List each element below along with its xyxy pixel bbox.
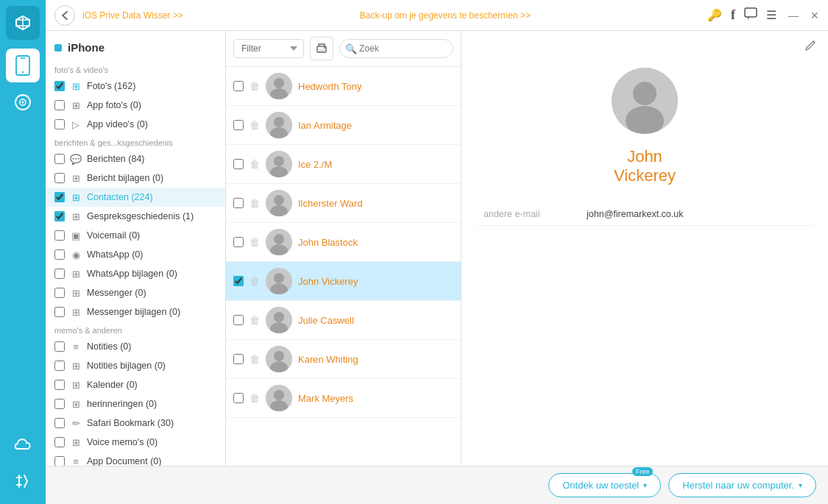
tree-item-safari[interactable]: ✏ Safari Bookmark (30) [46, 414, 225, 433]
tree-item-app-videos[interactable]: ▷ App video's (0) [46, 115, 225, 134]
contact-item[interactable]: 🗑 Ian Armitage [226, 106, 461, 145]
tree-label-bericht-bijlagen: Bericht bijlagen (0) [87, 173, 163, 183]
checkbox-voicemail[interactable] [54, 230, 65, 241]
tree-item-voicemail[interactable]: ▣ Voicemail (0) [46, 226, 225, 245]
checkbox-berichten[interactable] [54, 154, 65, 164]
contact-checkbox[interactable] [233, 81, 244, 91]
checkbox-kalender[interactable] [54, 380, 65, 390]
svg-rect-12 [319, 49, 325, 52]
checkbox-bericht-bijlagen[interactable] [54, 173, 65, 183]
dialog-icon[interactable] [744, 7, 757, 24]
tree-item-gespreks[interactable]: ⊞ Gespreksgeschiedenis (1) [46, 207, 225, 226]
restore-computer-button[interactable]: Herstel naar uw computer. ▾ [668, 473, 816, 497]
checkbox-photos[interactable] [54, 81, 65, 91]
cloud-nav-icon[interactable] [6, 427, 40, 461]
delete-contact-icon[interactable]: 🗑 [250, 392, 260, 404]
checkbox-herinneringen[interactable] [54, 399, 65, 409]
contact-checkbox[interactable] [233, 159, 244, 169]
checkbox-safari[interactable] [54, 418, 65, 428]
contact-item[interactable]: 🗑 Hedworth Tony [226, 67, 461, 106]
tree-item-whatsapp[interactable]: ◉ WhatsApp (0) [46, 245, 225, 264]
tree-item-kalender[interactable]: ⊞ Kalender (0) [46, 375, 225, 394]
contact-item[interactable]: 🗑 Mark Meyers [226, 379, 461, 418]
checkbox-app-videos[interactable] [54, 119, 65, 129]
checkbox-notities[interactable] [54, 341, 65, 352]
tools-nav-icon[interactable] [6, 464, 40, 498]
close-button[interactable]: ✕ [810, 10, 819, 21]
device-name: iPhone [68, 41, 105, 54]
contact-item[interactable]: 🗑 John Vickerey [226, 262, 461, 301]
delete-contact-icon[interactable]: 🗑 [250, 158, 260, 170]
tree-label-contacten: Contacten (224) [87, 192, 153, 202]
restore-computer-label: Herstel naar uw computer. [682, 480, 794, 491]
contact-checkbox[interactable] [233, 354, 244, 364]
tree-item-bericht-bijlagen[interactable]: ⊞ Bericht bijlagen (0) [46, 168, 225, 188]
tree-item-contacten[interactable]: ⊞ Contacten (224) [46, 188, 225, 207]
contact-item[interactable]: 🗑 Julie Caswell [226, 301, 461, 340]
contact-checkbox[interactable] [233, 120, 244, 130]
checkbox-messenger[interactable] [54, 288, 65, 298]
checkbox-notities-bijlagen[interactable] [54, 361, 65, 371]
facebook-icon[interactable]: f [731, 7, 735, 23]
tree-label-whatsapp-bijlagen: WhatsApp bijlagen (0) [87, 269, 177, 279]
minimize-button[interactable]: — [788, 10, 799, 21]
contact-checkbox[interactable] [233, 198, 244, 208]
svg-point-39 [274, 390, 284, 400]
checkbox-contacten[interactable] [54, 192, 65, 202]
contact-checkbox[interactable] [233, 315, 244, 325]
delete-contact-icon[interactable]: 🗑 [250, 275, 260, 287]
checkbox-whatsapp[interactable] [54, 249, 65, 260]
contact-checkbox[interactable] [233, 393, 244, 403]
key-icon[interactable]: 🔑 [707, 8, 722, 22]
menu-icon[interactable]: ☰ [766, 8, 776, 22]
music-nav-icon[interactable] [6, 85, 40, 119]
checkbox-voice-memo[interactable] [54, 437, 65, 447]
tree-item-app-photos[interactable]: ⊞ App foto's (0) [46, 96, 225, 115]
delete-contact-icon[interactable]: 🗑 [250, 197, 260, 209]
checkbox-whatsapp-bijlagen[interactable] [54, 269, 65, 279]
tree-item-notities[interactable]: ≡ Notities (0) [46, 337, 225, 356]
bericht-bijlagen-icon: ⊞ [69, 171, 82, 185]
checkbox-messenger-bijlagen[interactable] [54, 307, 65, 317]
tree-item-berichten[interactable]: 💬 Berichten (84) [46, 149, 225, 168]
delete-contact-icon[interactable]: 🗑 [250, 119, 260, 131]
phone-nav-icon[interactable] [6, 49, 40, 82]
tree-label-app-videos: App video's (0) [87, 119, 148, 129]
discover-device-button[interactable]: Free Ontdek uw toestel ▾ [548, 473, 661, 497]
checkbox-app-document[interactable] [54, 456, 65, 466]
tree-item-voice-memo[interactable]: ⊞ Voice memo's (0) [46, 433, 225, 452]
delete-contact-icon[interactable]: 🗑 [250, 236, 260, 248]
contact-item[interactable]: 🗑 John Blastock [226, 223, 461, 262]
tree-item-photos[interactable]: ⊞ Foto's (162) [46, 77, 225, 96]
checkbox-gespreks[interactable] [54, 211, 65, 221]
tree-item-app-document[interactable]: ≡ App Document (0) [46, 452, 225, 466]
delete-contact-icon[interactable]: 🗑 [250, 353, 260, 365]
print-button[interactable] [310, 37, 333, 60]
delete-contact-icon[interactable]: 🗑 [250, 314, 260, 326]
backup-link[interactable]: Back-up om je gegevens te beschermen >> [360, 10, 531, 21]
title-icons: 🔑 f ☰ — ✕ [707, 7, 819, 24]
ios-data-wiper-link[interactable]: iOS Prive Data Wisser >> [82, 10, 183, 21]
edit-button[interactable] [804, 38, 818, 54]
contact-item[interactable]: 🗑 Ice 2./M [226, 145, 461, 184]
bottom-bar: Free Ontdek uw toestel ▾ Herstel naar uw… [46, 466, 828, 504]
tree-item-notities-bijlagen[interactable]: ⊞ Notities bijlagen (0) [46, 356, 225, 375]
contact-item[interactable]: 🗑 Ilcherster Ward [226, 184, 461, 223]
contact-item[interactable]: 🗑 Karen Whiting [226, 340, 461, 379]
app-logo[interactable] [6, 6, 40, 40]
tree-label-kalender: Kalender (0) [87, 380, 138, 390]
delete-contact-icon[interactable]: 🗑 [250, 80, 260, 92]
tree-item-messenger-bijlagen[interactable]: ⊞ Messenger bijlagen (0) [46, 302, 225, 322]
whatsapp-icon: ◉ [69, 248, 82, 261]
tree-item-herinneringen[interactable]: ⊞ herinneringen (0) [46, 394, 225, 414]
filter-select[interactable]: Filter Alles Geselecteerd [233, 39, 304, 58]
contact-checkbox[interactable] [233, 237, 244, 247]
tree-item-whatsapp-bijlagen[interactable]: ⊞ WhatsApp bijlagen (0) [46, 264, 225, 283]
checkbox-app-photos[interactable] [54, 100, 65, 110]
contact-avatar [266, 229, 292, 255]
tree-item-messenger[interactable]: ⊞ Messenger (0) [46, 283, 225, 302]
contact-checkbox[interactable] [233, 276, 244, 286]
contact-avatar [266, 151, 292, 177]
tree-label-berichten: Berichten (84) [87, 154, 145, 164]
back-button[interactable] [54, 5, 75, 26]
